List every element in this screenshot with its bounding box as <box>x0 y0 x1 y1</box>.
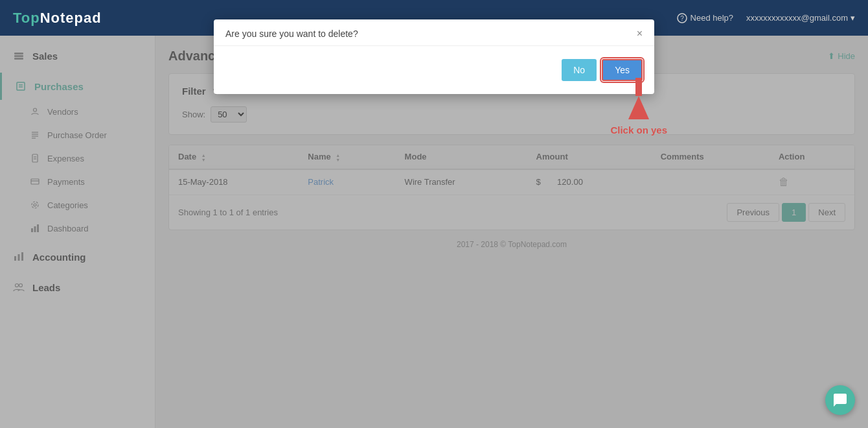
help-icon: ? <box>677 13 687 23</box>
chat-icon <box>832 392 848 408</box>
arrow-up-icon <box>628 96 649 119</box>
annotation-area: Click on yes <box>610 78 667 136</box>
modal-overlay <box>0 36 868 428</box>
arrow-stem <box>635 78 642 96</box>
svg-text:?: ? <box>680 15 684 22</box>
delete-modal: Are you sure you want to delete? × No Ye… <box>214 19 654 94</box>
modal-header: Are you sure you want to delete? × <box>214 19 654 46</box>
annotation-text: Click on yes <box>610 125 667 136</box>
logo-notepad: Notepad <box>40 10 102 26</box>
chevron-down-icon: ▾ <box>851 13 855 23</box>
modal-title: Are you sure you want to delete? <box>225 29 358 39</box>
app-logo: TopNotepad <box>13 10 102 27</box>
help-link[interactable]: ? Need help? <box>677 13 734 23</box>
header-right: ? Need help? xxxxxxxxxxxxx@gmail.com ▾ <box>677 13 855 23</box>
no-button[interactable]: No <box>562 59 597 81</box>
chat-button[interactable] <box>825 385 855 415</box>
logo-top: Top <box>13 10 40 26</box>
modal-body: No Yes <box>214 46 654 94</box>
user-menu[interactable]: xxxxxxxxxxxxx@gmail.com ▾ <box>746 13 855 23</box>
modal-close-button[interactable]: × <box>637 29 643 39</box>
